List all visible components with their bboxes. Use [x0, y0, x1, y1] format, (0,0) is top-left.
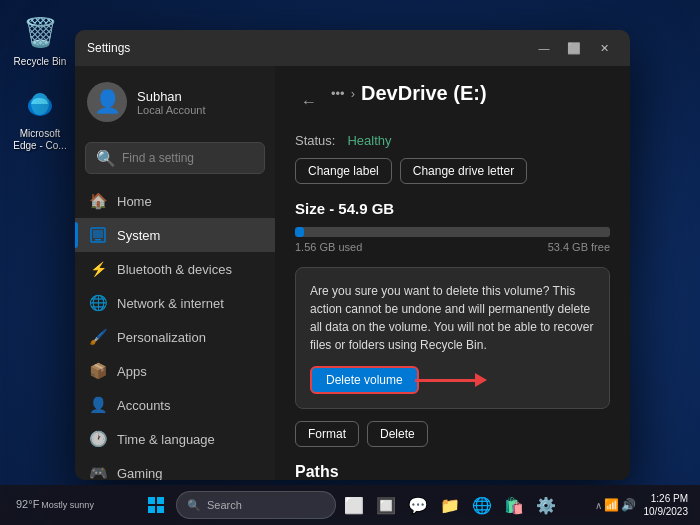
storage-bar-fill — [295, 227, 304, 237]
sidebar-item-label: Personalization — [117, 330, 206, 345]
taskbar-settings[interactable]: ⚙️ — [532, 491, 560, 519]
edge-label: Microsoft Edge - Co... — [12, 128, 68, 152]
settings-body: 👤 Subhan Local Account 🔍 🏠 Home — [75, 66, 630, 480]
svg-rect-8 — [157, 506, 164, 513]
breadcrumb-separator: › — [351, 86, 355, 101]
change-label-button[interactable]: Change label — [295, 158, 392, 184]
sidebar-item-label: Apps — [117, 364, 147, 379]
edge-icon — [20, 84, 60, 124]
breadcrumb: ••• › DevDrive (E:) — [331, 82, 487, 105]
close-button[interactable]: ✕ — [590, 37, 618, 59]
recycle-bin-label: Recycle Bin — [14, 56, 67, 68]
status-row: Status: Healthy — [295, 133, 610, 148]
home-icon: 🏠 — [89, 192, 107, 210]
sidebar-user-section: 👤 Subhan Local Account — [75, 74, 275, 138]
sidebar-item-label: Bluetooth & devices — [117, 262, 232, 277]
clock-date: 10/9/2023 — [644, 505, 689, 518]
taskbar-edge[interactable]: 🌐 — [468, 491, 496, 519]
taskbar-task-view[interactable]: ⬜ — [340, 491, 368, 519]
taskbar-teams[interactable]: 💬 — [404, 491, 432, 519]
sidebar-item-bluetooth[interactable]: ⚡ Bluetooth & devices — [75, 252, 275, 286]
storage-bar — [295, 227, 610, 237]
taskbar-clock[interactable]: 1:26 PM 10/9/2023 — [640, 490, 693, 520]
tray-network[interactable]: 📶 — [604, 498, 619, 512]
time-icon: 🕐 — [89, 430, 107, 448]
size-section-title: Size - 54.9 GB — [295, 200, 610, 217]
storage-bar-container: 1.56 GB used 53.4 GB free — [295, 227, 610, 253]
sidebar-item-label: System — [117, 228, 160, 243]
sidebar-item-label: Network & internet — [117, 296, 224, 311]
header-row: ← ••• › DevDrive (E:) — [295, 82, 610, 121]
desktop-icon-recycle-bin[interactable]: 🗑️ Recycle Bin — [8, 8, 72, 72]
main-content: ← ••• › DevDrive (E:) Status: Healthy Ch… — [275, 66, 630, 480]
action-buttons: Change label Change drive letter — [295, 158, 610, 184]
network-icon: 🌐 — [89, 294, 107, 312]
taskbar-search-label: Search — [207, 499, 242, 511]
svg-rect-6 — [157, 497, 164, 504]
start-button[interactable] — [140, 489, 172, 521]
sidebar-item-system[interactable]: System — [75, 218, 275, 252]
weather-info: 92°F Mostly sunny — [8, 498, 102, 511]
svg-rect-5 — [148, 497, 155, 504]
weather-desc: Mostly sunny — [41, 500, 94, 511]
sidebar: 👤 Subhan Local Account 🔍 🏠 Home — [75, 66, 275, 480]
back-button[interactable]: ← — [295, 91, 323, 113]
sidebar-item-label: Accounts — [117, 398, 170, 413]
storage-free-label: 53.4 GB free — [548, 241, 610, 253]
taskbar-widgets[interactable]: 🔲 — [372, 491, 400, 519]
settings-search-box[interactable]: 🔍 — [85, 142, 265, 174]
sidebar-item-home[interactable]: 🏠 Home — [75, 184, 275, 218]
arrow-line — [415, 379, 475, 382]
temperature: 92°F — [16, 498, 39, 511]
personalization-icon: 🖌️ — [89, 328, 107, 346]
tray-volume[interactable]: 🔊 — [621, 498, 636, 512]
change-drive-letter-button[interactable]: Change drive letter — [400, 158, 527, 184]
storage-labels: 1.56 GB used 53.4 GB free — [295, 241, 610, 253]
apps-icon: 📦 — [89, 362, 107, 380]
maximize-button[interactable]: ⬜ — [560, 37, 588, 59]
sidebar-item-accounts[interactable]: 👤 Accounts — [75, 388, 275, 422]
avatar: 👤 — [87, 82, 127, 122]
delete-popup-text: Are you sure you want to delete this vol… — [310, 282, 595, 354]
window-title: Settings — [87, 41, 130, 55]
taskbar-center: 🔍 Search ⬜ 🔲 💬 📁 🌐 🛍️ ⚙️ — [140, 489, 560, 521]
sidebar-item-gaming[interactable]: 🎮 Gaming — [75, 456, 275, 480]
taskbar-right: ∧ 📶 🔊 1:26 PM 10/9/2023 — [595, 485, 701, 525]
taskbar-search[interactable]: 🔍 Search — [176, 491, 336, 519]
bluetooth-icon: ⚡ — [89, 260, 107, 278]
paths-section: Paths Allow access to this volume using … — [295, 463, 610, 480]
breadcrumb-dots[interactable]: ••• — [331, 86, 345, 101]
clock-time: 1:26 PM — [651, 492, 688, 505]
status-label: Status: — [295, 133, 335, 148]
system-icon — [89, 226, 107, 244]
taskbar: 92°F Mostly sunny 🔍 Search ⬜ 🔲 💬 — [0, 485, 700, 525]
sidebar-item-label: Gaming — [117, 466, 163, 481]
svg-rect-7 — [148, 506, 155, 513]
format-delete-buttons: Format Delete — [295, 421, 610, 447]
taskbar-file-explorer[interactable]: 📁 — [436, 491, 464, 519]
taskbar-store[interactable]: 🛍️ — [500, 491, 528, 519]
delete-button[interactable]: Delete — [367, 421, 428, 447]
avatar-image: 👤 — [87, 82, 127, 122]
sidebar-item-apps[interactable]: 📦 Apps — [75, 354, 275, 388]
sidebar-item-personalization[interactable]: 🖌️ Personalization — [75, 320, 275, 354]
search-input[interactable] — [122, 151, 272, 165]
window-controls: — ⬜ ✕ — [530, 37, 618, 59]
accounts-icon: 👤 — [89, 396, 107, 414]
search-icon: 🔍 — [96, 149, 116, 168]
system-tray: ∧ 📶 🔊 — [595, 498, 636, 512]
delete-confirmation-popup: Are you sure you want to delete this vol… — [295, 267, 610, 409]
search-container: 🔍 — [75, 138, 275, 184]
sidebar-item-label: Time & language — [117, 432, 215, 447]
sidebar-item-time[interactable]: 🕐 Time & language — [75, 422, 275, 456]
delete-volume-button[interactable]: Delete volume — [310, 366, 419, 394]
user-type: Local Account — [137, 104, 206, 116]
tray-chevron[interactable]: ∧ — [595, 500, 602, 511]
svg-rect-3 — [93, 230, 103, 238]
sidebar-item-network[interactable]: 🌐 Network & internet — [75, 286, 275, 320]
minimize-button[interactable]: — — [530, 37, 558, 59]
format-button[interactable]: Format — [295, 421, 359, 447]
sidebar-item-label: Home — [117, 194, 152, 209]
desktop-icon-edge[interactable]: Microsoft Edge - Co... — [8, 80, 72, 156]
status-badge: Healthy — [347, 133, 391, 148]
